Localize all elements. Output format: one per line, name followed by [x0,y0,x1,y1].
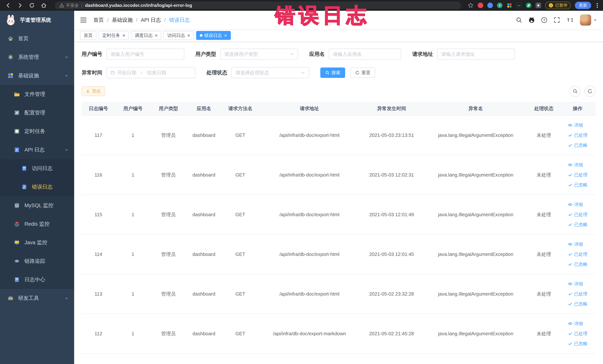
app-name-input[interactable] [333,51,397,57]
action-processed[interactable]: 已处理 [568,210,587,220]
hamburger-icon[interactable] [80,17,87,23]
paused-extension-button[interactable]: 已暂停 [545,2,571,9]
sidebar-item-infrastructure[interactable]: 基础设施 [0,66,74,85]
row-actions: 详细已处理已忽略 [568,160,587,190]
cell-app-name: dashboard [186,155,221,195]
chrome-update-button[interactable]: 更新 [575,2,591,9]
tab-error-log[interactable]: 错误日志× [196,31,231,40]
help-icon[interactable]: ? [541,17,547,23]
layers-icon [14,221,20,227]
extension-icon-plug[interactable] [535,3,541,8]
toggle-search-button[interactable] [570,86,581,97]
tab-close-icon[interactable]: × [122,33,125,38]
tab-close-icon[interactable]: × [187,33,190,38]
eye-icon [568,202,573,207]
action-ignored[interactable]: 已忽略 [568,299,587,309]
extension-icon-grid[interactable] [507,3,512,8]
sidebar-item-redis-monitor[interactable]: Redis 监控 [0,215,74,233]
sidebar-item-file-mgmt[interactable]: 文件管理 [0,85,74,104]
sidebar-item-system-mgmt[interactable]: 系统管理 [0,48,74,66]
sidebar-item-api-log[interactable]: API 日志 [0,141,74,159]
font-size-icon[interactable]: T [566,17,574,23]
browser-menu-icon[interactable] [595,3,599,8]
home-icon[interactable] [41,2,47,8]
extension-icon-y[interactable]: Y [497,3,502,8]
bookmark-star-icon[interactable] [468,2,474,8]
user-type-select[interactable]: 请选择用户类型 [220,48,298,60]
cell-exception-time: 2021-05-03 12:01:49 [360,195,423,234]
sidebar-item-home[interactable]: 首页 [0,29,74,48]
action-ignored[interactable]: 已忽略 [568,259,587,269]
sidebar-item-error-log[interactable]: 错误日志 [0,178,74,196]
action-processed[interactable]: 已处理 [568,289,587,299]
back-icon[interactable] [5,2,11,8]
search-icon[interactable] [516,17,522,23]
process-status-select[interactable]: 请选择处理状态 [231,67,309,78]
reset-button[interactable]: 重置 [350,68,375,78]
sidebar-item-java-monitor[interactable]: Java 监控 [0,233,74,252]
action-processed[interactable]: 已处理 [568,130,587,140]
security-chip[interactable]: 不安全 [59,3,79,8]
action-detail[interactable]: 详细 [568,279,587,289]
tab-access-log[interactable]: 访问日志× [163,31,194,40]
user-id-input[interactable] [110,51,180,57]
sidebar-item-trace[interactable]: 链路追踪 [0,252,74,270]
action-ignored[interactable]: 已忽略 [568,339,587,349]
breadcrumb-infrastructure[interactable]: 基础设施 [112,16,133,23]
svg-text:?: ? [543,18,545,22]
cell-exception-time: 2021-05-02 21:45:28 [360,314,423,353]
action-label: 已处理 [574,172,587,178]
extension-icon-on[interactable]: on [516,3,522,8]
action-detail[interactable]: 详细 [568,160,587,170]
action-ignored[interactable]: 已忽略 [568,140,587,150]
action-detail[interactable]: 详细 [568,200,587,210]
sidebar-item-scheduled-jobs[interactable]: 定时任务 [0,122,74,141]
action-processed[interactable]: 已处理 [568,249,587,259]
cell-exception-name: java.lang.IllegalArgumentException [423,195,528,234]
export-button[interactable]: 导出 [81,86,105,96]
check-icon [568,133,573,138]
sidebar-item-mysql-monitor[interactable]: MySQL 监控 [0,196,74,215]
tab-close-icon[interactable]: × [224,33,227,38]
url-bar[interactable]: 不安全 dashboard.yudao.iocoder.cn/infra/log… [55,1,461,9]
action-processed[interactable]: 已处理 [568,329,587,339]
tab-home[interactable]: 首页 [80,31,96,40]
user-menu[interactable] [580,14,597,26]
filter-label: 应用名 [309,51,325,58]
extension-icon-blue[interactable] [487,3,493,8]
eye-icon [568,163,573,167]
reload-icon[interactable] [29,2,35,8]
request-url-input[interactable] [441,51,511,57]
date-range-picker[interactable]: 开始日期 - 结束日期 [106,67,195,78]
api-log-icon [14,147,20,153]
tab-close-icon[interactable]: × [155,33,158,38]
breadcrumb-separator: / [107,17,109,23]
sidebar-item-label: 定时任务 [24,128,45,135]
sidebar-item-dev-tools[interactable]: 研发工具 [0,289,74,307]
fullscreen-icon[interactable] [554,17,560,23]
breadcrumb-home[interactable]: 首页 [93,16,104,23]
github-icon[interactable] [529,17,535,23]
table-toolbar: 导出 [81,86,596,97]
sidebar-item-log-center[interactable]: 日志中心 [0,270,74,289]
check-icon [568,143,573,148]
forward-icon[interactable] [17,2,23,8]
breadcrumb-api-log[interactable]: API 日志 [141,16,161,23]
tab-job[interactable]: 定时任务× [99,31,129,40]
sidebar-item-access-log[interactable]: 访问日志 [0,159,74,178]
toolbox-icon [8,295,13,301]
action-detail[interactable]: 详细 [568,120,587,130]
cell-exception-time: 2021-05-03 12:02:31 [360,155,423,195]
refresh-table-button[interactable] [584,86,596,97]
action-processed[interactable]: 已处理 [568,170,587,180]
action-detail[interactable]: 详细 [568,318,587,329]
extension-icon-red[interactable] [478,3,483,8]
extension-icon-leaf[interactable] [526,3,532,8]
tab-job-log[interactable]: 调度日志× [131,31,161,40]
action-ignored[interactable]: 已忽略 [568,180,587,190]
action-detail[interactable]: 详细 [568,239,587,249]
action-ignored[interactable]: 已忽略 [568,220,587,230]
cell-app-name: dashboard [186,314,221,353]
search-button[interactable]: 搜索 [320,68,345,78]
sidebar-item-config-mgmt[interactable]: 配置管理 [0,104,74,122]
